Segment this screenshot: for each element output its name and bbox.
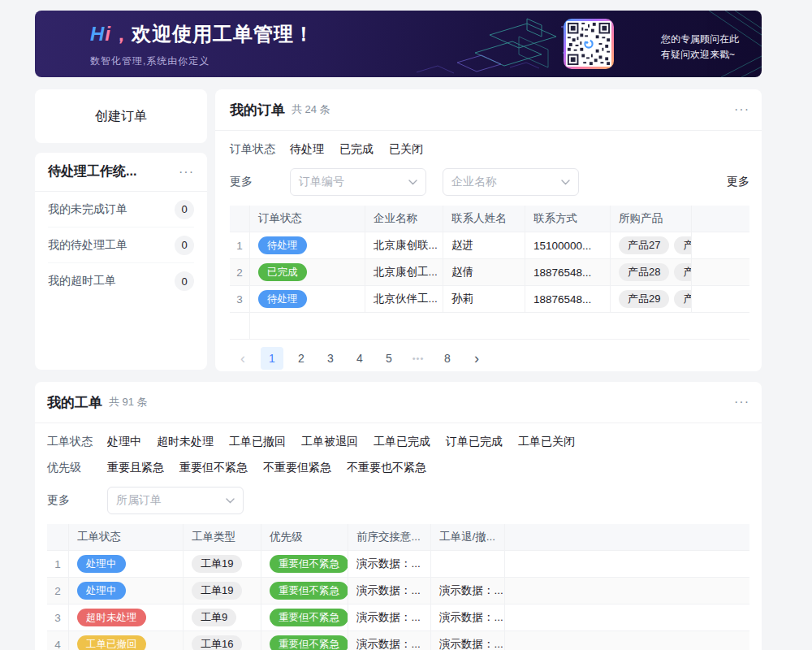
chevron-down-icon (226, 498, 235, 504)
header-ticket-type: 工单类型 (184, 524, 261, 550)
filter-option-not-important-urgent[interactable]: 不重要但紧急 (263, 461, 331, 475)
tickets-more-filter-row: 更多 所属订单 (47, 487, 749, 514)
row-index: 2 (47, 578, 69, 604)
filter-option-ticket-done[interactable]: 工单已完成 (374, 435, 430, 449)
filter-option-not-important-not-urgent[interactable]: 不重要也不紧急 (347, 461, 426, 475)
products-cell: 产品28产品 (611, 259, 692, 285)
empty-cell (505, 551, 749, 577)
status-badge: 待处理 (258, 290, 307, 308)
empty-cell (505, 604, 749, 630)
pager-page-1[interactable]: 1 (261, 347, 283, 370)
filter-option-overtime[interactable]: 超时未处理 (157, 435, 214, 449)
qr-code (564, 19, 614, 69)
pager-next-icon[interactable]: › (465, 347, 488, 370)
status-badge: 待处理 (258, 236, 307, 254)
left-sidebar: 创建订单 待处理工作统... ··· 我的未完成订单 0 我的待处理工单 0 我… (35, 89, 207, 371)
pending-stats-card: 待处理工作统... ··· 我的未完成订单 0 我的待处理工单 0 我的超时工单… (35, 153, 207, 370)
contact-cell: 赵倩 (443, 259, 525, 285)
tickets-more-label: 更多 (47, 493, 107, 508)
withdraw-cell: 演示数据：... (431, 578, 505, 604)
company-cell: 北京康创联... (365, 232, 443, 258)
product-tag: 产品28 (619, 263, 669, 281)
filter-option-withdrawn[interactable]: 工单已撤回 (229, 435, 286, 449)
orders-panel-title: 我的订单 (230, 101, 285, 119)
header-contact: 联系人姓名 (443, 206, 525, 232)
filter-option-processing[interactable]: 处理中 (107, 435, 141, 449)
order-row[interactable]: 3 待处理 北京伙伴工... 孙莉 18876548... 产品29产品 (230, 286, 749, 313)
pager-page-4[interactable]: 4 (348, 347, 371, 370)
qr-code-pattern (566, 21, 611, 67)
filter-option-returned[interactable]: 工单被退回 (301, 435, 358, 449)
order-status-filter-row: 订单状态 待处理 已完成 已关闭 (230, 142, 749, 157)
pager-page-2[interactable]: 2 (290, 347, 313, 370)
tickets-table: 工单状态 工单类型 优先级 前序交接意... 工单退/撤... 1 处理中 工单… (47, 524, 749, 650)
filter-option-important-not-urgent[interactable]: 重要但不紧急 (179, 461, 248, 475)
company-cell: 北京康创工... (365, 259, 443, 285)
banner-comma: ， (111, 23, 132, 45)
filter-option-important-urgent[interactable]: 重要且紧急 (107, 461, 164, 475)
status-badge: 工单已撤回 (77, 635, 146, 650)
row-index: 1 (47, 551, 69, 577)
priority-filter-label: 优先级 (47, 461, 107, 475)
orders-more-label: 更多 (230, 175, 290, 189)
empty-cell (692, 286, 749, 312)
qr-caption: 您的专属顾问在此 有疑问欢迎来戳~ (661, 32, 739, 63)
create-order-button[interactable]: 创建订单 (35, 89, 207, 143)
priority-filter-row: 优先级 重要且紧急 重要但不紧急 不重要但紧急 不重要也不紧急 (47, 461, 749, 475)
order-row[interactable]: 2 已完成 北京康创工... 赵倩 18876548... 产品28产品 (230, 259, 749, 286)
filter-option-order-done[interactable]: 订单已完成 (446, 435, 503, 449)
order-row-empty (230, 313, 749, 340)
pager-page-5[interactable]: 5 (378, 347, 400, 370)
row-index: 1 (230, 232, 250, 258)
row-index: 3 (230, 286, 250, 312)
order-row[interactable]: 1 待处理 北京康创联... 赵进 15100000... 产品27产品 (230, 232, 749, 259)
filter-option-pending[interactable]: 待处理 (290, 142, 324, 157)
order-number-select[interactable]: 订单编号 (290, 168, 426, 196)
ticket-row[interactable]: 4 工单已撤回 工单16 重要但不紧急 演示数据：... 演示数据：... (47, 631, 749, 650)
empty-cell (692, 232, 749, 258)
pager-page-8[interactable]: 8 (436, 347, 459, 370)
order-status-filter-label: 订单状态 (230, 142, 290, 157)
orders-pagination: ‹ 1 2 3 4 5 ••• 8 › (230, 347, 749, 370)
stat-item-unfinished-orders[interactable]: 我的未完成订单 0 (48, 192, 194, 228)
ticket-row[interactable]: 3 超时未处理 工单9 重要但不紧急 演示数据：... 演示数据：... (47, 604, 749, 631)
banner-hi-i: i (105, 23, 111, 45)
parent-order-select[interactable]: 所属订单 (107, 487, 244, 514)
my-tickets-panel: 我的工单 共 91 条 ··· 工单状态 处理中 超时未处理 工单已撤回 工单被… (35, 382, 762, 650)
pager-prev-icon[interactable]: ‹ (231, 347, 254, 370)
company-name-select[interactable]: 企业名称 (443, 168, 579, 196)
phone-cell: 18876548... (525, 259, 611, 285)
pager-page-3[interactable]: 3 (319, 347, 342, 370)
product-tag: 产品27 (619, 236, 669, 254)
header-ticket-status: 工单状态 (69, 524, 184, 550)
empty-cell (692, 259, 749, 285)
tickets-more-icon[interactable]: ··· (734, 396, 749, 409)
pager-ellipsis-icon[interactable]: ••• (407, 347, 430, 370)
filter-option-closed[interactable]: 已关闭 (389, 142, 423, 157)
status-badge: 已完成 (258, 263, 307, 281)
header-empty (692, 206, 749, 232)
my-orders-panel: 我的订单 共 24 条 ··· 订单状态 待处理 已完成 已关闭 更多 订单编号 (215, 89, 762, 371)
stat-item-pending-tickets[interactable]: 我的待处理工单 0 (48, 228, 194, 263)
stat-item-overtime-tickets[interactable]: 我的超时工单 0 (48, 263, 194, 299)
banner-title: Hi，欢迎使用工单管理！ (90, 21, 314, 47)
orders-more-right-link[interactable]: 更多 (727, 175, 749, 189)
qr-caption-line2: 有疑问欢迎来戳~ (661, 47, 739, 63)
header-withdraw: 工单退/撤... (431, 524, 505, 550)
ticket-row[interactable]: 2 处理中 工单19 重要但不紧急 演示数据：... 演示数据：... (47, 578, 749, 604)
divider (35, 422, 762, 423)
filter-option-ticket-closed[interactable]: 工单已关闭 (518, 435, 575, 449)
stat-label: 我的未完成订单 (48, 202, 127, 217)
stat-count-badge: 0 (175, 236, 194, 255)
empty-cell (250, 313, 749, 339)
row-index: 3 (47, 604, 69, 630)
ticket-row[interactable]: 1 处理中 工单19 重要但不紧急 演示数据：... (47, 551, 749, 578)
priority-badge: 重要但不紧急 (270, 555, 348, 573)
stats-more-icon[interactable]: ··· (179, 166, 194, 179)
orders-more-icon[interactable]: ··· (734, 103, 749, 116)
content-row: 创建订单 待处理工作统... ··· 我的未完成订单 0 我的待处理工单 0 我… (35, 89, 762, 371)
status-badge: 处理中 (77, 582, 126, 600)
row-index: 2 (230, 259, 250, 285)
empty-cell (505, 631, 749, 650)
filter-option-completed[interactable]: 已完成 (339, 142, 374, 157)
